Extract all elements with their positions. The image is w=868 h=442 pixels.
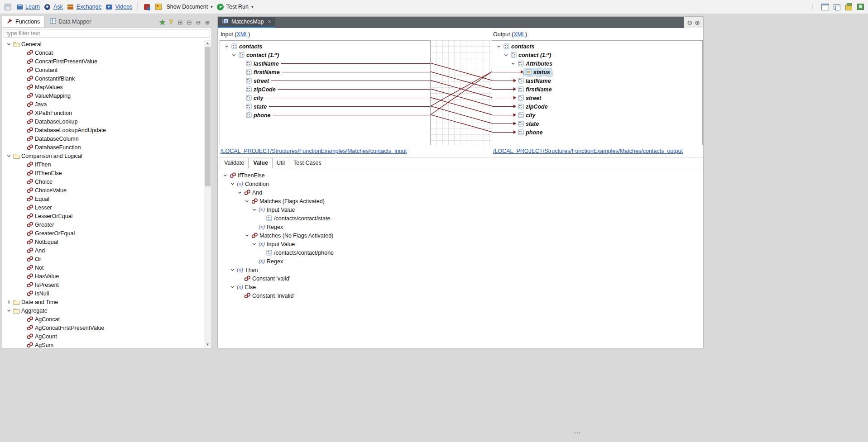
chevron-down-icon[interactable]	[229, 268, 236, 272]
function-group-row[interactable]: Date and Time	[2, 298, 204, 306]
function-group-row[interactable]: Aggregate	[2, 306, 204, 315]
function-item[interactable]: ConstantIfBlank	[2, 74, 204, 83]
videos-label[interactable]: Videos	[115, 4, 132, 10]
expand-all-icon[interactable]: ⊞	[177, 19, 184, 26]
expression-tree-item[interactable]: (x)Input Value	[218, 205, 703, 214]
maximize-view-icon[interactable]: ⊕	[204, 19, 211, 26]
tab-functions[interactable]: Functions	[2, 16, 45, 28]
expression-tree-item[interactable]: /contacts/contact/phone	[218, 248, 703, 257]
output-xml-link[interactable]: XML	[513, 31, 525, 38]
function-item[interactable]: ChoiceValue	[2, 186, 204, 195]
chevron-down-icon[interactable]	[221, 173, 229, 177]
expression-tree-item[interactable]: (x)Condition	[218, 180, 703, 188]
filter-input[interactable]	[4, 29, 210, 38]
input-tree-item[interactable]: city	[220, 94, 430, 102]
expression-tree-item[interactable]: Matches (Flags Activated)	[218, 197, 703, 205]
output-tree-item[interactable]: status	[492, 68, 702, 76]
chevron-down-icon[interactable]	[230, 53, 237, 57]
function-group-row[interactable]: General	[2, 40, 204, 48]
input-tree-item[interactable]: contact (1:*)	[220, 51, 430, 59]
output-tree-item[interactable]: street	[492, 94, 702, 102]
chevron-down-icon[interactable]	[502, 53, 509, 57]
save-icon[interactable]	[4, 3, 12, 11]
collapse-all-icon[interactable]: ⊟	[186, 19, 193, 26]
function-item[interactable]: Lesser	[2, 203, 204, 212]
output-tree-item[interactable]: contacts	[492, 42, 702, 51]
input-tree-item[interactable]: lastName	[220, 59, 430, 68]
exchange-link[interactable]: Exchange	[67, 3, 102, 11]
function-item[interactable]: LesserOrEqual	[2, 212, 204, 220]
expression-tree-item[interactable]: (x)Regex	[218, 223, 703, 231]
function-item[interactable]: NotEqual	[2, 238, 204, 246]
function-item[interactable]: Java	[2, 100, 204, 109]
chevron-down-icon[interactable]	[223, 44, 230, 48]
function-item[interactable]: XPathFunction	[2, 109, 204, 117]
scroll-down-icon[interactable]: ▼	[204, 341, 211, 347]
function-item[interactable]: HasValue	[2, 272, 204, 280]
function-item[interactable]: IfThenElse	[2, 169, 204, 177]
function-item[interactable]: Or	[2, 255, 204, 263]
chevron-right-icon[interactable]	[5, 300, 12, 304]
input-tree-item[interactable]: state	[220, 102, 430, 111]
output-tree-item[interactable]: city	[492, 111, 702, 119]
test-run-button[interactable]: Test Run ▾	[216, 3, 254, 11]
output-tree-item[interactable]: state	[492, 119, 702, 128]
package-icon[interactable]	[856, 3, 864, 11]
function-item[interactable]: AgConcat	[2, 315, 204, 323]
exchange-label[interactable]: Exchange	[77, 4, 102, 10]
function-item[interactable]: MapValues	[2, 83, 204, 91]
output-tree-item[interactable]: lastName	[492, 76, 702, 85]
videos-link[interactable]: Videos	[105, 3, 132, 11]
function-item[interactable]: DatabaseLookup	[2, 117, 204, 126]
minimize-view-icon[interactable]: ⊖	[195, 19, 202, 26]
chevron-down-icon[interactable]	[236, 190, 243, 195]
output-tree-item[interactable]: phone	[492, 128, 702, 137]
input-tree-item[interactable]: phone	[220, 111, 430, 119]
output-tree-item[interactable]: zipCode	[492, 102, 702, 111]
scroll-up-icon[interactable]: ▲	[204, 40, 211, 46]
function-item[interactable]: Equal	[2, 195, 204, 203]
function-item[interactable]: Not	[2, 263, 204, 272]
function-item[interactable]: IsPresent	[2, 280, 204, 289]
vertical-scrollbar[interactable]: ▲ ▼	[204, 40, 211, 347]
favorite-star-icon[interactable]	[158, 19, 166, 26]
function-item[interactable]: Constant	[2, 66, 204, 74]
sash-handle[interactable]: •••	[571, 431, 585, 435]
function-group-row[interactable]: Comparison and Logical	[2, 152, 204, 160]
chevron-down-icon[interactable]	[250, 242, 258, 246]
function-item[interactable]: Concat	[2, 48, 204, 57]
expression-tree-item[interactable]: (x)Input Value	[218, 240, 703, 248]
mapping-grid[interactable]	[431, 40, 492, 145]
output-tree-item[interactable]: firstName	[492, 85, 702, 94]
close-icon[interactable]: ×	[268, 19, 271, 25]
tab-validate[interactable]: Validate	[220, 158, 249, 168]
filter-icon[interactable]	[168, 19, 175, 26]
expression-tree-item[interactable]: /contacts/contact/state	[218, 214, 703, 223]
chevron-down-icon[interactable]	[243, 199, 250, 203]
minimize-icon[interactable]: ⊖	[687, 19, 693, 26]
output-resource-link[interactable]: /LOCAL_PROJECT/Structures/FunctionExampl…	[493, 148, 683, 154]
expression-tree-item[interactable]: And	[218, 188, 703, 197]
input-xml-link[interactable]: XML	[236, 31, 248, 38]
ask-link[interactable]: Ask	[43, 3, 63, 11]
input-tree-item[interactable]: contacts	[220, 42, 430, 51]
show-document-dropdown[interactable]: Show Document ▾	[166, 4, 212, 10]
input-resource-link[interactable]: /LOCAL_PROJECT/Structures/FunctionExampl…	[221, 148, 407, 154]
function-item[interactable]: DatabaseFunction	[2, 143, 204, 152]
tab-matchesmap[interactable]: MatchesMap ×	[218, 17, 275, 28]
chevron-down-icon[interactable]	[5, 42, 12, 46]
expression-tree-item[interactable]: (x)Regex	[218, 257, 703, 266]
expression-tree-item[interactable]: Matches (No Flags Activated)	[218, 231, 703, 240]
expression-tree-item[interactable]: Constant 'valid'	[218, 274, 703, 283]
function-item[interactable]: AgCount	[2, 332, 204, 341]
function-item[interactable]: ConcatFirstPresentValue	[2, 57, 204, 66]
input-tree-item[interactable]: zipCode	[220, 85, 430, 94]
output-tree-item[interactable]: Attributes	[492, 59, 702, 68]
input-tree-item[interactable]: firstName	[220, 68, 430, 76]
expression-tree-item[interactable]: IfThenElse	[218, 171, 703, 180]
function-item[interactable]: GreaterOrEqual	[2, 229, 204, 238]
function-item[interactable]: Choice	[2, 177, 204, 186]
function-item[interactable]: DatabaseColumn	[2, 134, 204, 143]
input-tree-item[interactable]: street	[220, 76, 430, 85]
learn-link[interactable]: Learn	[15, 3, 40, 11]
